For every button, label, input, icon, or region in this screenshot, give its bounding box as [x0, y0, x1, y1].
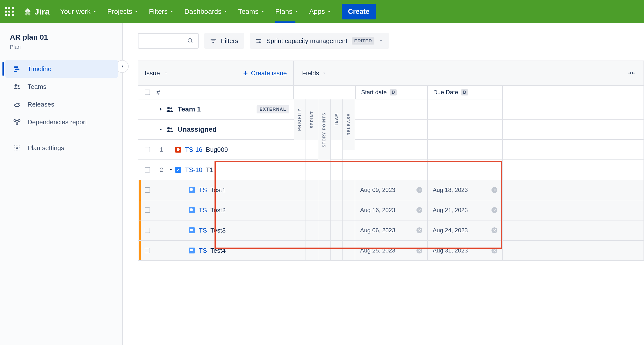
team-icon [165, 126, 174, 133]
jira-logo[interactable]: Jira [24, 7, 50, 16]
start-date-cell[interactable]: Aug 25, 2023✕ [355, 241, 428, 260]
chevron-down-icon [170, 9, 174, 14]
release-col[interactable]: RELEASE [346, 114, 351, 136]
due-date-cell[interactable]: Aug 18, 2023✕ [428, 180, 503, 200]
issue-key[interactable]: TS [199, 247, 207, 254]
sidebar-item-dependencies[interactable]: Dependencies report [6, 113, 118, 131]
start-date-cell[interactable]: Aug 09, 2023✕ [355, 180, 428, 200]
row-checkbox[interactable] [145, 228, 150, 233]
clear-icon[interactable]: ✕ [416, 187, 422, 193]
svg-rect-2 [14, 71, 17, 72]
dependencies-icon [13, 118, 21, 126]
due-date-cell[interactable] [428, 140, 503, 160]
teams-icon [13, 82, 21, 91]
group-row-unassigned[interactable]: Unassigned [138, 120, 294, 140]
issue-row[interactable]: TSTest1 [138, 180, 294, 200]
sidebar-item-releases[interactable]: Releases [6, 96, 118, 113]
row-checkbox[interactable] [145, 167, 150, 172]
issuetype-icon [189, 187, 195, 193]
sidebar: AR plan 01 Plan Timeline Teams Releases … [0, 23, 123, 345]
start-date-cell[interactable] [355, 160, 428, 180]
app-switcher-icon[interactable] [5, 7, 14, 16]
filters-button[interactable]: Filters [204, 33, 244, 49]
issue-key[interactable]: TS [199, 227, 207, 234]
start-date-header[interactable]: Start dateD [355, 86, 428, 100]
issue-row[interactable]: 1TS-16Bug009 [138, 140, 294, 160]
edited-badge: EDITED [352, 38, 374, 44]
issue-key[interactable]: TS-16 [185, 146, 202, 154]
issuetype-icon [189, 228, 195, 233]
due-date-cell[interactable]: Aug 31, 2023✕ [428, 241, 503, 260]
issue-key[interactable]: TS-10 [185, 166, 202, 174]
svg-point-3 [14, 84, 17, 86]
clear-icon[interactable]: ✕ [492, 207, 498, 213]
row-checkbox[interactable] [145, 187, 150, 193]
sprint-col[interactable]: SPRINT [310, 111, 314, 128]
issuetype-icon [189, 248, 195, 254]
chevron-down-icon [134, 9, 138, 14]
collapse-columns-icon[interactable] [628, 70, 635, 76]
clear-icon[interactable]: ✕ [492, 228, 498, 233]
svg-rect-1 [15, 69, 20, 70]
svg-point-10 [257, 39, 259, 40]
clear-icon[interactable]: ✕ [492, 187, 498, 193]
row-checkbox[interactable] [145, 208, 150, 213]
start-date-cell[interactable]: Aug 16, 2023✕ [355, 200, 428, 220]
priority-col[interactable]: PRIORITY [298, 108, 302, 131]
clear-icon[interactable]: ✕ [492, 248, 498, 254]
chevron-right-icon [158, 106, 164, 112]
start-date-cell[interactable]: Aug 06, 2023✕ [355, 220, 428, 240]
sidebar-item-timeline[interactable]: Timeline [6, 60, 118, 78]
issue-key[interactable]: TS [199, 206, 207, 214]
due-date-cell[interactable]: Aug 21, 2023✕ [428, 200, 503, 220]
jira-mark-icon [24, 8, 32, 16]
timeline-table: Issue Create issue Fields [138, 60, 644, 261]
hash-header: # [156, 88, 160, 96]
clear-icon[interactable]: ✕ [416, 207, 422, 213]
due-date-cell[interactable] [428, 160, 503, 180]
clear-icon[interactable]: ✕ [416, 228, 422, 233]
nav-your-work[interactable]: Your work [60, 8, 97, 16]
nav-plans[interactable]: Plans [275, 8, 299, 16]
start-date-cell[interactable] [355, 140, 428, 160]
issue-row[interactable]: TSTest4 [138, 241, 294, 261]
sidebar-item-label: Timeline [28, 65, 52, 73]
due-date-header[interactable]: Due DateD [428, 86, 503, 100]
chevron-down-icon [164, 71, 168, 75]
clear-icon[interactable]: ✕ [416, 248, 422, 254]
row-checkbox[interactable] [145, 248, 150, 253]
issue-row[interactable]: 2TS-10T1 [138, 160, 294, 180]
nav-filters[interactable]: Filters [149, 8, 174, 16]
issuetype-icon [175, 147, 181, 152]
select-header-row: # [138, 86, 293, 100]
right-row: Aug 06, 2023✕Aug 24, 2023✕ [294, 220, 644, 241]
view-settings-button[interactable]: Sprint capacity management EDITED [250, 33, 390, 49]
nav-teams[interactable]: Teams [238, 8, 265, 16]
issue-row[interactable]: TSTest2 [138, 200, 294, 220]
issue-summary: Test2 [210, 206, 226, 214]
sidebar-item-plan-settings[interactable]: Plan settings [6, 139, 118, 157]
issue-column-header[interactable]: Issue [145, 70, 168, 77]
create-button[interactable]: Create [342, 4, 376, 20]
sidebar-item-teams[interactable]: Teams [6, 78, 118, 96]
fields-dropdown[interactable]: Fields [302, 70, 326, 77]
due-date-cell[interactable]: Aug 24, 2023✕ [428, 220, 503, 240]
row-checkbox[interactable] [145, 147, 150, 152]
chevron-down-icon[interactable] [168, 167, 173, 172]
team-col[interactable]: TEAM [334, 113, 339, 126]
storypoints-col[interactable]: STORY POINTS [322, 112, 326, 148]
group-row-team1[interactable]: Team 1 EXTERNAL [138, 100, 294, 120]
nav-dashboards[interactable]: Dashboards [184, 8, 228, 16]
sidebar-item-label: Dependencies report [28, 118, 87, 126]
issue-row[interactable]: TSTest3 [138, 220, 294, 241]
search-input[interactable] [138, 33, 199, 49]
gear-icon [13, 144, 21, 152]
svg-point-11 [259, 41, 261, 43]
nav-apps[interactable]: Apps [309, 8, 331, 16]
nav-projects[interactable]: Projects [107, 8, 138, 16]
issue-key[interactable]: TS [199, 186, 207, 194]
create-issue-button[interactable]: Create issue [242, 70, 287, 77]
select-all-checkbox[interactable] [145, 90, 150, 95]
issue-summary: Bug009 [206, 146, 228, 154]
chevron-down-icon [322, 71, 326, 75]
